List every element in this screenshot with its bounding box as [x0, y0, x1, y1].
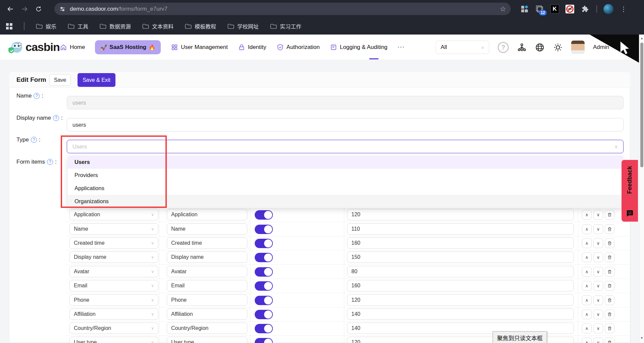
page-scrollbar[interactable]: ▲ ▼ — [639, 35, 644, 343]
url-blocker-extension-icon[interactable]: URL — [565, 4, 575, 14]
field-name-input[interactable]: Country/Region — [167, 323, 247, 334]
nav-home[interactable]: Home — [60, 44, 85, 51]
move-up-button[interactable]: ∧ — [582, 309, 592, 319]
move-down-button[interactable]: ∨ — [593, 252, 603, 262]
move-down-button[interactable]: ∨ — [593, 338, 603, 343]
width-input[interactable] — [347, 294, 574, 306]
move-up-button[interactable]: ∧ — [582, 238, 592, 248]
save-button[interactable]: Save — [49, 74, 71, 86]
width-input[interactable] — [347, 280, 574, 291]
move-up-button[interactable]: ∧ — [582, 224, 592, 234]
visible-toggle[interactable] — [255, 324, 273, 333]
move-up-button[interactable]: ∧ — [582, 295, 592, 305]
bookmark-folder-internship[interactable]: 实习工作 — [270, 22, 301, 30]
language-globe-icon[interactable] — [535, 43, 545, 52]
admin-label[interactable]: Admin — [593, 44, 609, 51]
scrollbar-thumb[interactable] — [640, 43, 643, 167]
nav-identity[interactable]: Identity — [238, 44, 266, 51]
sitemap-icon[interactable] — [517, 43, 527, 52]
delete-button[interactable] — [605, 267, 614, 277]
nav-saas-hosting[interactable]: 🚀 SaaS Hosting 🔥 — [95, 40, 161, 54]
user-avatar[interactable] — [571, 41, 585, 54]
help-icon[interactable]: ? — [31, 137, 37, 143]
field-type-select[interactable]: Affiliation∨ — [69, 308, 158, 320]
bookmark-folder-school[interactable]: 学校网址 — [228, 22, 259, 30]
delete-button[interactable] — [605, 210, 614, 220]
field-name-input[interactable]: Phone — [167, 294, 247, 306]
help-button[interactable]: ? — [498, 42, 509, 53]
bookmark-folder-data[interactable]: 数据资源 — [100, 22, 131, 30]
move-down-button[interactable]: ∨ — [593, 224, 603, 234]
casbin-logo[interactable]: casbin — [8, 39, 60, 55]
apps-grid-icon[interactable] — [6, 23, 12, 30]
field-name-input[interactable]: User type — [167, 337, 247, 343]
move-down-button[interactable]: ∨ — [593, 295, 603, 305]
width-input[interactable] — [347, 209, 574, 220]
field-name-input[interactable]: Application — [167, 209, 247, 220]
move-up-button[interactable]: ∧ — [582, 210, 592, 220]
bookmark-folder-tools[interactable]: 工具 — [68, 22, 88, 30]
nav-logging-auditing[interactable]: Logging & Auditing — [330, 44, 388, 51]
nav-user-management[interactable]: User Management — [171, 44, 228, 51]
move-up-button[interactable]: ∧ — [582, 281, 592, 291]
field-name-input[interactable]: Affiliation — [167, 308, 247, 320]
delete-button[interactable] — [605, 309, 614, 319]
delete-button[interactable] — [605, 252, 614, 262]
theme-sun-icon[interactable] — [553, 43, 563, 52]
move-down-button[interactable]: ∨ — [593, 309, 603, 319]
extensions-menu-button[interactable] — [580, 4, 590, 14]
grid-extension-icon[interactable] — [519, 4, 530, 14]
browser-menu-button[interactable]: ⋮ — [618, 4, 629, 14]
bookmark-folder-entertainment[interactable]: 娱乐 — [36, 22, 56, 30]
scroll-up-arrow[interactable]: ▲ — [639, 37, 644, 40]
field-type-select[interactable]: Display name∨ — [69, 251, 158, 263]
field-type-select[interactable]: Application∨ — [69, 209, 158, 220]
nav-authorization[interactable]: Authorization — [277, 44, 320, 51]
field-name-input[interactable]: Created time — [167, 237, 247, 249]
field-type-select[interactable]: Name∨ — [69, 223, 158, 235]
visible-toggle[interactable] — [255, 296, 273, 305]
field-type-select[interactable]: Country/Region∨ — [69, 323, 158, 334]
visible-toggle[interactable] — [255, 210, 273, 220]
field-type-select[interactable]: Created time∨ — [69, 237, 158, 249]
name-input[interactable] — [67, 96, 624, 109]
visible-toggle[interactable] — [255, 225, 273, 234]
width-input[interactable] — [347, 237, 574, 249]
tab-manager-extension-icon[interactable]: 12 — [535, 4, 545, 14]
help-icon[interactable]: ? — [53, 115, 59, 121]
bookmark-folder-text[interactable]: 文本资料 — [142, 22, 174, 30]
help-icon[interactable]: ? — [47, 159, 53, 165]
move-up-button[interactable]: ∧ — [582, 267, 592, 277]
organization-filter-select[interactable]: All ∨ — [436, 41, 489, 54]
field-type-select[interactable]: User type∨ — [69, 337, 158, 343]
bookmark-folder-templates[interactable]: 模板教程 — [185, 22, 216, 30]
field-name-input[interactable]: Display name — [167, 251, 247, 263]
move-up-button[interactable]: ∧ — [582, 324, 592, 333]
bookmark-star-icon[interactable]: ☆ — [500, 5, 506, 13]
delete-button[interactable] — [605, 224, 614, 234]
field-type-select[interactable]: Avatar∨ — [69, 266, 158, 277]
visible-toggle[interactable] — [255, 310, 273, 319]
delete-button[interactable] — [605, 238, 614, 248]
move-down-button[interactable]: ∨ — [593, 238, 603, 248]
visible-toggle[interactable] — [255, 239, 273, 248]
field-name-input[interactable]: Name — [167, 223, 247, 235]
visible-toggle[interactable] — [255, 281, 273, 291]
reload-button[interactable] — [33, 3, 44, 15]
visible-toggle[interactable] — [255, 267, 273, 277]
feedback-button[interactable]: Feedback — [622, 160, 638, 222]
visible-toggle[interactable] — [255, 253, 273, 262]
display-name-input[interactable] — [67, 118, 624, 131]
help-icon[interactable]: ? — [34, 93, 40, 99]
visible-toggle[interactable] — [255, 338, 273, 343]
field-name-input[interactable]: Avatar — [167, 266, 247, 277]
width-input[interactable] — [347, 266, 574, 277]
k-extension-icon[interactable]: K — [550, 4, 560, 14]
move-down-button[interactable]: ∨ — [593, 267, 603, 277]
back-button[interactable] — [5, 3, 16, 15]
nav-more-button[interactable]: ··· — [398, 44, 405, 51]
move-up-button[interactable]: ∧ — [582, 252, 592, 262]
url-bar[interactable]: demo.casdoor.com/forms/form_e7urv7 ☆ — [54, 3, 511, 15]
browser-profile-button[interactable] — [603, 4, 613, 14]
width-input[interactable] — [347, 251, 574, 263]
